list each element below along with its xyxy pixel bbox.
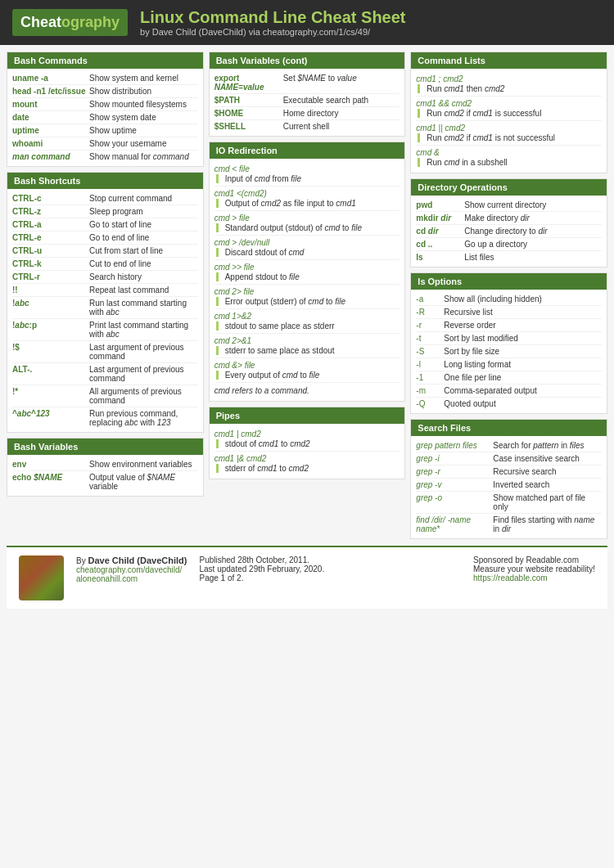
table-row: CTRL-z Sleep program — [12, 205, 198, 218]
list-item: cmd < file Input of cmd from file — [214, 162, 400, 187]
cmd-desc: Sort by last modified — [444, 334, 602, 343]
cmdlist-desc: Run cmd1 then cmd2 — [418, 84, 602, 93]
cmd-key: CTRL-r — [12, 272, 86, 281]
bash-shortcuts-header: Bash Shortcuts — [7, 173, 203, 189]
cmd-key: env — [12, 460, 86, 469]
cmd-desc: All arguments of previous command — [89, 387, 198, 405]
table-row: !abc:p Print last command starting with … — [12, 319, 198, 341]
main-content: Bash Commands uname -a Show system and k… — [0, 45, 614, 546]
pipes-body: cmd1 | cmd2 stdout of cmd1 to cmd2 cmd1 … — [210, 424, 405, 479]
cmd-desc: Recursive list — [444, 308, 602, 317]
cmd-desc: Show environment variables — [89, 460, 198, 469]
table-row: !* All arguments of previous command — [12, 385, 198, 407]
footer-publication: Published 28th October, 2011. Last updat… — [199, 555, 461, 582]
cmd-desc: Output value of $NAME variable — [89, 473, 198, 491]
cmd-key: !! — [12, 286, 86, 295]
cmd-key: ALT-. — [12, 365, 86, 383]
bash-variables-cont-header: Bash Variables (cont) — [210, 52, 405, 69]
pipes-section: Pipes cmd1 | cmd2 stdout of cmd1 to cmd2… — [209, 407, 406, 479]
bash-shortcuts-section: Bash Shortcuts CTRL-c Stop current comma… — [7, 172, 204, 433]
cmd-desc: Reverse order — [444, 321, 602, 330]
author-site-link[interactable]: cheatography.com/davechild/ — [76, 565, 182, 574]
io-desc: Error output (stderr) of cmd to file — [216, 297, 400, 306]
list-item: cmd1 |& cmd2 stderr of cmd1 to cmd2 — [214, 452, 400, 475]
table-row: -l Long listing format — [416, 358, 602, 371]
io-cmd: cmd >> file — [214, 263, 400, 272]
table-row: find /dir/ -name name* Find files starti… — [416, 514, 602, 535]
list-item: cmd & Run cmd in a subshell — [416, 146, 602, 169]
table-row: uptime Show uptime — [12, 124, 198, 137]
bash-variables-body: env Show environment variables echo $NAM… — [7, 455, 203, 496]
list-item: cmd >> file Append stdout to file — [214, 260, 400, 285]
table-row: export NAME=value Set $NAME to value — [214, 72, 400, 94]
cmd-key: $PATH — [214, 96, 280, 105]
ls-key: -1 — [416, 373, 440, 382]
list-item: cmd1 | cmd2 stdout of cmd1 to cmd2 — [214, 427, 400, 452]
table-row: -m Comma-separated output — [416, 385, 602, 398]
author-line: By Dave Child (DaveChild) — [76, 555, 187, 565]
cmd-desc: Set $NAME to value — [283, 74, 400, 92]
table-row: man command Show manual for command — [12, 151, 198, 163]
cmd-key: echo $NAME — [12, 473, 86, 491]
cmd-key: pwd — [416, 200, 461, 209]
cmd-desc: List files — [464, 253, 602, 262]
table-row: CTRL-u Cut from start of line — [12, 245, 198, 258]
table-row: $HOME Home directory — [214, 107, 400, 120]
author-personal-link[interactable]: aloneonahill.com — [76, 574, 138, 583]
cmd-desc: Recursive search — [493, 467, 602, 476]
sponsor-text: Sponsored by Readable.com — [473, 555, 595, 564]
table-row: CTRL-r Search history — [12, 271, 198, 284]
ls-options-section: ls Options -a Show all (including hidden… — [410, 272, 607, 414]
search-files-body: grep pattern files Search for pattern in… — [411, 436, 607, 538]
table-row: date Show system date — [12, 111, 198, 124]
cmdlist-cmd: cmd1 ; cmd2 — [416, 74, 602, 83]
list-item: cmd &> file Every output of cmd to file — [214, 358, 400, 383]
cmdlist-cmd: cmd1 && cmd2 — [416, 99, 602, 108]
io-redirection-section: IO Redirection cmd < file Input of cmd f… — [209, 142, 406, 402]
cmd-key: CTRL-a — [12, 220, 86, 229]
search-files-section: Search Files grep pattern files Search f… — [410, 419, 607, 539]
cmd-key: CTRL-u — [12, 246, 86, 255]
cmd-desc: Show manual for command — [89, 152, 198, 161]
cmd-desc: Current shell — [283, 122, 400, 131]
avatar-image — [19, 555, 64, 600]
cmd-key: export NAME=value — [214, 74, 280, 92]
table-row: -R Recursive list — [416, 306, 602, 319]
cmd-key: CTRL-z — [12, 207, 86, 216]
footer-author: By Dave Child (DaveChild) cheatography.c… — [76, 555, 187, 583]
command-lists-body: cmd1 ; cmd2 Run cmd1 then cmd2 cmd1 && c… — [411, 69, 607, 173]
io-redirection-header: IO Redirection — [210, 142, 405, 159]
cmd-desc: Cut to end of line — [89, 259, 198, 268]
pipe-cmd: cmd1 |& cmd2 — [214, 454, 400, 463]
ls-key: -R — [416, 308, 440, 317]
io-desc: stderr to same place as stdout — [216, 346, 400, 355]
table-row: uname -a Show system and kernel — [12, 72, 198, 85]
cmd-desc: Run last command starting with abc — [89, 299, 198, 317]
bash-variables-cont-body: export NAME=value Set $NAME to value $PA… — [210, 69, 405, 136]
pipe-desc: stderr of cmd1 to cmd2 — [216, 464, 400, 473]
list-item: cmd1 ; cmd2 Run cmd1 then cmd2 — [416, 72, 602, 97]
bash-variables-header: Bash Variables — [7, 438, 203, 455]
cmd-desc: Repeat last command — [89, 286, 198, 295]
list-item: cmd > file Standard output (stdout) of c… — [214, 211, 400, 236]
sponsor-link[interactable]: https://readable.com — [473, 573, 548, 582]
io-cmd: cmd 1>&2 — [214, 312, 400, 321]
cmd-desc: Make directory dir — [464, 214, 602, 223]
cmd-key: date — [12, 113, 86, 122]
ls-key: -m — [416, 386, 440, 395]
cmd-key: whoami — [12, 139, 86, 148]
search-key: grep -v — [416, 480, 490, 489]
cmd-key: CTRL-k — [12, 259, 86, 268]
cmd-key: ls — [416, 253, 461, 262]
cmd-key: cd .. — [416, 240, 461, 249]
cmdlist-desc: Run cmd2 if cmd1 is successful — [418, 109, 602, 118]
cmd-desc: Show system and kernel — [89, 74, 198, 83]
cmd-desc: Show distribution — [89, 87, 198, 96]
table-row: echo $NAME Output value of $NAME variabl… — [12, 471, 198, 492]
table-row: -r Reverse order — [416, 319, 602, 332]
cmd-desc: Change directory to dir — [464, 227, 602, 236]
directory-ops-section: Directory Operations pwd Show current di… — [410, 178, 607, 268]
io-cmd: cmd > file — [214, 214, 400, 223]
cmd-key: uptime — [12, 126, 86, 135]
table-row: CTRL-a Go to start of line — [12, 218, 198, 232]
